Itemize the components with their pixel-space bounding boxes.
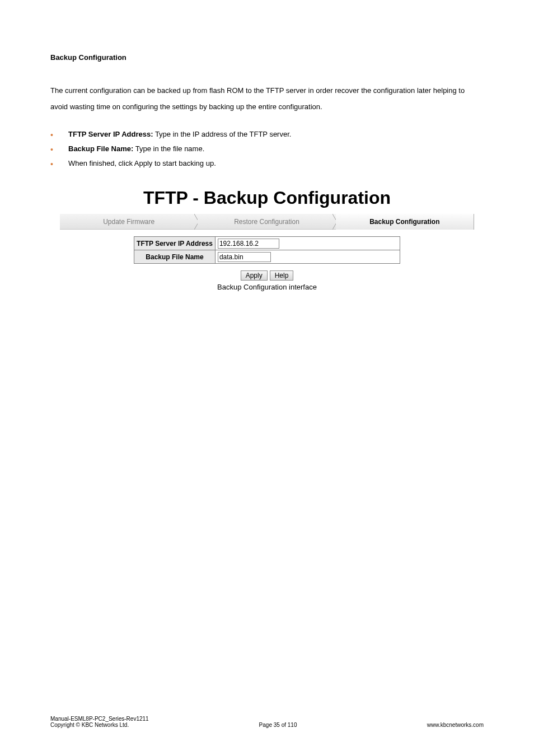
bullet-list: TFTP Server IP Address: Type in the IP a… — [34, 127, 484, 171]
label-tftp-server-ip: TFTP Server IP Address — [134, 237, 216, 250]
cell-tftp-server-ip — [215, 237, 400, 250]
tab-update-firmware[interactable]: Update Firmware — [60, 214, 198, 230]
section-heading: Backup Configuration — [50, 53, 484, 62]
tab-label: Backup Configuration — [369, 218, 439, 226]
table-row: TFTP Server IP Address — [134, 237, 400, 250]
tftp-server-ip-input[interactable] — [218, 239, 279, 249]
footer-page-number: Page 35 of 110 — [259, 722, 297, 728]
backup-file-name-input[interactable] — [218, 252, 271, 262]
tab-label: Restore Configuration — [234, 218, 299, 226]
tab-backup-configuration[interactable]: Backup Configuration — [336, 214, 474, 230]
form-table: TFTP Server IP Address Backup File Name — [134, 236, 400, 264]
footer-manual-id: Manual-ESML8P-PC2_Series-Rev1211 — [50, 716, 484, 722]
figure-title: TFTP - Backup Configuration — [50, 188, 484, 208]
bullet-text: When finished, click Apply to start back… — [68, 159, 216, 167]
bullet-text: Type in the file name. — [133, 144, 204, 153]
footer-copyright: Copyright © KBC Networks Ltd. — [50, 722, 129, 728]
footer-url: www.kbcnetworks.com — [427, 722, 484, 728]
label-backup-file-name: Backup File Name — [134, 250, 216, 264]
list-item: When finished, click Apply to start back… — [34, 156, 484, 171]
table-row: Backup File Name — [134, 250, 400, 264]
apply-button[interactable]: Apply — [241, 270, 268, 281]
page-footer: Manual-ESML8P-PC2_Series-Rev1211 Copyrig… — [50, 716, 484, 728]
bullet-label: TFTP Server IP Address: — [68, 130, 153, 138]
intro-paragraph: The current configuration can be backed … — [50, 83, 484, 115]
buttons-row: Apply Help — [50, 270, 484, 281]
cell-backup-file-name — [215, 250, 400, 264]
list-item: TFTP Server IP Address: Type in the IP a… — [34, 127, 484, 142]
figure-caption: Backup Configuration interface — [50, 283, 484, 291]
list-item: Backup File Name: Type in the file name. — [34, 142, 484, 156]
tabs-container: Update Firmware Restore Configuration Ba… — [50, 214, 484, 230]
tab-restore-configuration[interactable]: Restore Configuration — [198, 214, 335, 230]
tab-label: Update Firmware — [103, 218, 154, 226]
help-button[interactable]: Help — [270, 270, 294, 281]
bullet-label: Backup File Name: — [68, 144, 133, 153]
bullet-text: Type in the IP address of the TFTP serve… — [153, 130, 292, 138]
